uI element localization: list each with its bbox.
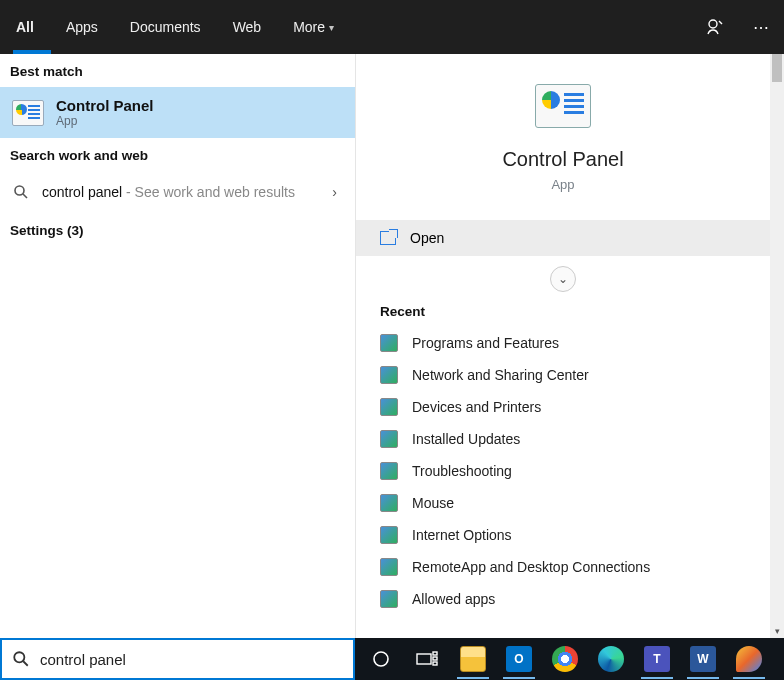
chevron-right-icon: › [332,184,337,200]
taskbar-taskview[interactable] [405,639,449,679]
recent-item-installed-updates[interactable]: Installed Updates [356,423,770,455]
best-match-result[interactable]: Control Panel App [0,87,355,138]
results-panel: Best match Control Panel App Search work… [0,54,355,638]
devices-icon [380,398,398,416]
firewall-icon [380,590,398,608]
search-input[interactable] [40,651,343,668]
taskbar-teams[interactable]: T [635,639,679,679]
tab-web[interactable]: Web [217,0,278,54]
svg-rect-9 [433,662,437,665]
internet-icon [380,526,398,544]
tab-all[interactable]: All [0,0,50,54]
svg-point-5 [374,652,388,666]
tab-apps[interactable]: Apps [50,0,114,54]
best-match-subtitle: App [56,114,154,128]
taskbar-edge[interactable] [589,639,633,679]
settings-header[interactable]: Settings (3) [0,213,355,246]
svg-line-2 [23,194,27,198]
mouse-icon [380,494,398,512]
control-panel-icon [12,100,44,126]
search-box[interactable] [0,638,355,680]
best-match-header: Best match [0,54,355,87]
vertical-scrollbar[interactable]: ▴ ▾ [770,54,784,638]
expand-actions-button[interactable]: ⌄ [550,266,576,292]
taskbar-file-explorer[interactable] [451,639,495,679]
recent-item-allowed-apps[interactable]: Allowed apps [356,583,770,615]
tab-more[interactable]: More▾ [277,0,350,54]
recent-item-programs-features[interactable]: Programs and Features [356,327,770,359]
taskbar-cortana[interactable] [359,639,403,679]
troubleshoot-icon [380,462,398,480]
scroll-thumb[interactable] [772,54,782,82]
search-web-query: control panel [42,184,122,200]
svg-point-1 [15,186,24,195]
recent-item-network-sharing[interactable]: Network and Sharing Center [356,359,770,391]
search-scope-tabbar: All Apps Documents Web More▾ ⋯ [0,0,784,54]
network-icon [380,366,398,384]
preview-panel: Control Panel App Open ⌄ Recent Programs… [355,54,770,638]
updates-icon [380,430,398,448]
recent-item-devices-printers[interactable]: Devices and Printers [356,391,770,423]
svg-rect-8 [433,657,437,660]
remoteapp-icon [380,558,398,576]
svg-line-4 [23,661,28,666]
more-options-icon[interactable]: ⋯ [738,0,784,54]
control-panel-icon-large [535,84,591,128]
taskbar-outlook[interactable]: O [497,639,541,679]
taskbar: O T W [355,638,784,680]
open-icon [380,231,396,245]
taskbar-word[interactable]: W [681,639,725,679]
open-action[interactable]: Open [356,220,770,256]
chevron-down-icon: ▾ [329,22,334,33]
best-match-title: Control Panel [56,97,154,114]
recent-item-internet-options[interactable]: Internet Options [356,519,770,551]
search-web-hint: - See work and web results [122,184,295,200]
search-icon [12,650,30,668]
svg-rect-7 [433,652,437,655]
recent-item-mouse[interactable]: Mouse [356,487,770,519]
svg-point-3 [14,652,24,662]
taskbar-paint[interactable] [727,639,771,679]
recent-header: Recent [356,298,770,327]
recent-item-remoteapp[interactable]: RemoteApp and Desktop Connections [356,551,770,583]
open-label: Open [410,230,444,246]
programs-icon [380,334,398,352]
recent-item-troubleshooting[interactable]: Troubleshooting [356,455,770,487]
scroll-down-icon[interactable]: ▾ [770,624,784,638]
preview-subtitle: App [551,177,574,192]
search-icon [12,183,30,201]
preview-title: Control Panel [502,148,623,171]
svg-rect-6 [417,654,431,664]
feedback-icon[interactable] [692,0,738,54]
search-web-header: Search work and web [0,138,355,171]
tab-documents[interactable]: Documents [114,0,217,54]
search-web-result[interactable]: control panel - See work and web results… [0,171,355,213]
taskbar-chrome[interactable] [543,639,587,679]
svg-point-0 [709,20,717,28]
